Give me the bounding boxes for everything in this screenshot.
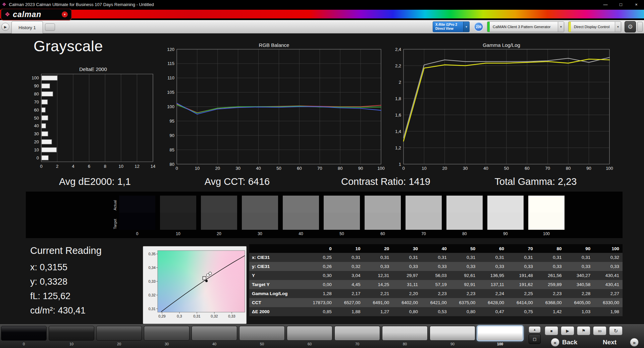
refresh-button[interactable]: ↻ [609, 326, 623, 335]
pattern-patch-0[interactable]: 0 [1, 326, 49, 346]
table-cell: 2,23 [421, 289, 450, 298]
patch-button[interactable] [144, 326, 190, 341]
patch-button[interactable] [192, 326, 237, 341]
patch-button[interactable] [1, 326, 47, 341]
window-titlebar: ❖ Calman 2023 Calman Ultimate for Busine… [0, 0, 644, 9]
patch-button[interactable] [96, 326, 142, 341]
svg-text:0: 0 [175, 166, 178, 171]
tab-stub[interactable] [45, 23, 55, 31]
meter-dropdown[interactable]: X-Rite i1Pro 2 Direct View ▼ [433, 21, 470, 32]
play-button[interactable]: ▶ [561, 326, 574, 335]
svg-text:40: 40 [483, 166, 488, 171]
meter-label: X-Rite i1Pro 2 Direct View [433, 23, 460, 31]
table-cell: 6368,00 [536, 298, 565, 307]
continuous-read-button[interactable]: ∞ [593, 326, 606, 335]
back-arrow-button[interactable]: « [551, 338, 559, 347]
table-cell: 1,42 [536, 307, 565, 316]
target-row-label: Target [113, 216, 117, 232]
table-cell: 6527,00 [335, 298, 364, 307]
side-panel-handle[interactable] [637, 22, 643, 32]
patch-level-label: 70 [334, 342, 380, 346]
pattern-patch-80[interactable]: 80 [382, 326, 430, 346]
table-cell: 136,95 [479, 271, 507, 280]
pattern-patch-70[interactable]: 70 [334, 326, 382, 346]
patch-level-label: 50 [239, 342, 285, 346]
table-cell: 0,33 [421, 262, 450, 271]
table-row-label: Target Y [249, 280, 306, 289]
actual-row-label: Actual [113, 197, 117, 214]
display-control-dropdown[interactable]: Direct Display Control ▼ [568, 21, 621, 32]
eject-icon[interactable]: ▲ [529, 326, 541, 333]
svg-text:10: 10 [119, 164, 123, 169]
pattern-patch-40[interactable]: 40 [192, 326, 239, 346]
patch-button[interactable] [49, 326, 94, 341]
tab-history-1[interactable]: History 1 [11, 21, 43, 33]
table-cell: 2,23 [450, 289, 479, 298]
patch-level-label: 20 [96, 342, 142, 346]
swatch-level-label: 10 [160, 231, 196, 236]
svg-text:50: 50 [276, 166, 281, 171]
total-gamma-stat: Total Gamma: 2,23 [495, 176, 577, 187]
svg-text:0,29: 0,29 [158, 314, 165, 318]
minimize-button[interactable]: — [598, 0, 613, 9]
svg-text:90: 90 [170, 133, 174, 138]
table-cell: 1,98 [594, 307, 623, 316]
swatch-level-label: 70 [406, 231, 442, 236]
swatch-patch [324, 196, 360, 230]
save-button[interactable]: ⚑ [577, 326, 590, 335]
svg-text:30: 30 [235, 166, 240, 171]
patch-button[interactable] [382, 326, 428, 341]
table-row: y: CIE310,260,320,330,330,330,330,330,33… [249, 262, 623, 271]
logo-menu-button[interactable]: ▼ [62, 11, 68, 17]
table-cell: 6402,00 [392, 298, 421, 307]
patch-button[interactable] [287, 326, 332, 341]
swatch-level-label: 0 [119, 231, 155, 236]
table-cell: 12,31 [364, 271, 393, 280]
pattern-patch-90[interactable]: 90 [430, 326, 477, 346]
calman-logo[interactable]: ❖ calman ▼ [1, 8, 72, 20]
grayscale-swatch-0: 0 [119, 196, 160, 236]
patch-button[interactable] [477, 326, 523, 341]
next-arrow-button[interactable]: » [630, 338, 639, 347]
svg-text:40: 40 [34, 123, 39, 128]
pattern-patch-20[interactable]: 20 [96, 326, 144, 346]
swatch-actual-color [119, 196, 155, 213]
back-button[interactable]: Back [562, 339, 577, 346]
table-cell: 0,33 [450, 262, 479, 271]
pattern-patch-60[interactable]: 60 [287, 326, 334, 346]
pattern-patch-30[interactable]: 30 [144, 326, 192, 346]
table-row: ΔE 20000,851,881,270,800,530,800,470,751… [249, 307, 623, 316]
pattern-generator-dropdown[interactable]: CalMAN Client 3 Pattern Generator ▼ [487, 21, 564, 32]
next-button[interactable]: Next [603, 339, 616, 346]
stop-button[interactable]: ■ [545, 326, 558, 335]
table-cell: 0,31 [507, 253, 536, 262]
history-nav-button[interactable]: ▶ [1, 23, 9, 31]
table-column-header: 30 [392, 244, 421, 253]
table-cell: 6405,00 [565, 298, 594, 307]
pattern-patch-10[interactable]: 10 [49, 326, 96, 346]
svg-text:6: 6 [88, 164, 90, 169]
svg-text:0,34: 0,34 [149, 266, 156, 270]
window-title: Calman 2023 Calman Ultimate for Business… [9, 2, 154, 7]
patch-button[interactable] [239, 326, 285, 341]
close-button[interactable]: × [629, 0, 644, 9]
pattern-window-toggle-button[interactable]: ◻ [529, 334, 541, 344]
table-cell: 0,31 [335, 253, 364, 262]
settings-gear-button[interactable]: ⚙ [625, 21, 636, 32]
grayscale-swatch-20: 20 [201, 196, 242, 236]
svg-text:8: 8 [104, 164, 106, 169]
pattern-patch-100[interactable]: 100 [477, 326, 525, 346]
pattern-patch-50[interactable]: 50 [239, 326, 287, 346]
swatch-actual-color [446, 196, 483, 213]
patch-button[interactable] [430, 326, 475, 341]
table-column-header: 20 [364, 244, 393, 253]
svg-text:70: 70 [34, 99, 39, 105]
patch-button[interactable] [334, 326, 380, 341]
svg-text:120: 120 [167, 47, 174, 52]
patch-level-label: 80 [382, 342, 428, 346]
svg-text:0: 0 [40, 164, 42, 169]
table-cell: 0,32 [594, 253, 623, 262]
swatch-target-color [365, 213, 401, 230]
swatch-actual-color [406, 196, 442, 213]
maximize-button[interactable]: □ [613, 0, 629, 9]
